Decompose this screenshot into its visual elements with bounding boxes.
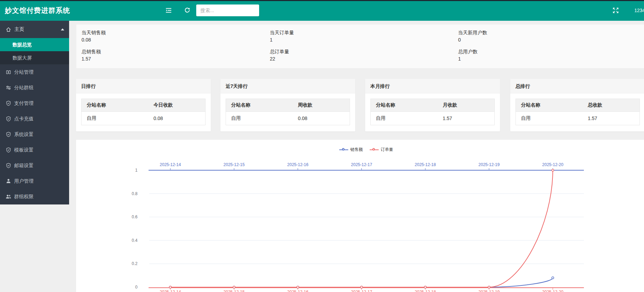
svg-text:2025-12-16: 2025-12-16: [287, 162, 309, 167]
ranking-card-week: 近7天排行 分站名称 周收款 自用 0.08: [220, 79, 355, 131]
table-cell: 自用: [371, 112, 438, 125]
column-header: 分站名称: [516, 99, 583, 112]
stat-cell-today-orders: 当天订单量 1: [270, 29, 458, 48]
menu-toggle-icon[interactable]: [165, 7, 172, 14]
shield-check-icon: [6, 116, 11, 122]
stat-value: 1.57: [82, 55, 270, 62]
app-title: 妙文馆付费进群系统: [5, 0, 70, 21]
top-accent-strip: [0, 0, 644, 1]
svg-text:2025-12-18: 2025-12-18: [415, 162, 436, 167]
chart-legend: 销售额 订单量: [76, 147, 644, 153]
shield-check-icon: [6, 100, 11, 106]
stat-label: 总订单量: [270, 48, 458, 55]
sidebar-item-data-overview[interactable]: 数据总览: [0, 38, 69, 51]
line-series-icon: [339, 148, 348, 152]
ranking-card-title: 日排行: [76, 79, 211, 93]
main-content: 当天销售额 0.08 当天订单量 1 当天新用户数 0 总销售额 1.57 总订…: [69, 21, 644, 292]
home-icon: [6, 27, 11, 33]
stat-cell-today-sales: 当天销售额 0.08: [82, 29, 270, 48]
sidebar-item-card-recharge[interactable]: 点卡充值: [0, 111, 69, 127]
stat-cell-total-users: 总用户数 1: [458, 48, 644, 67]
svg-text:2025-12-15: 2025-12-15: [224, 290, 245, 292]
ranking-row: 日排行 分站名称 今日收款 自用 0.08 近7天排行: [76, 79, 644, 131]
column-header: 周收款: [293, 99, 350, 112]
table-row: 自用 0.08: [82, 112, 206, 125]
fullscreen-icon[interactable]: [612, 7, 619, 14]
shield-check-icon: [6, 163, 11, 168]
svg-text:2025-12-20: 2025-12-20: [542, 290, 564, 292]
legend-label: 销售额: [350, 147, 363, 153]
ranking-table: 分站名称 总收款 自用 1.57: [515, 99, 640, 125]
column-header: 月收款: [437, 99, 494, 112]
username-text[interactable]: 12345: [634, 0, 644, 21]
svg-text:2025-12-17: 2025-12-17: [351, 162, 372, 167]
stat-label: 当天销售额: [82, 29, 270, 36]
sidebar-item-label: 数据大屏: [12, 55, 32, 61]
line-chart: 00.20.40.60.812025-12-142025-12-152025-1…: [76, 140, 644, 292]
sidebar-item-label: 分站管理: [14, 69, 34, 75]
ranking-table: 分站名称 今日收款 自用 0.08: [81, 99, 206, 125]
sidebar-item-template-settings[interactable]: 模板设置: [0, 142, 69, 158]
search-input[interactable]: [196, 4, 259, 16]
sidebar-item-system-settings[interactable]: 系统设置: [0, 127, 69, 142]
columns-icon: [6, 69, 11, 75]
svg-text:0.2: 0.2: [132, 261, 138, 266]
table-cell: 0.08: [293, 112, 350, 125]
stat-label: 当天订单量: [270, 29, 458, 36]
sidebar-item-label: 群组权限: [14, 194, 34, 200]
sidebar-item-payment-management[interactable]: 支付管理: [0, 95, 69, 111]
column-header: 今日收款: [148, 99, 205, 112]
users-icon: [6, 194, 11, 200]
legend-item-orders[interactable]: 订单量: [370, 147, 393, 153]
sidebar-item-label: 系统设置: [14, 131, 34, 138]
sidebar-item-label: 分站群组: [14, 85, 34, 91]
table-cell: 自用: [226, 112, 293, 125]
ranking-card-title: 近7天排行: [220, 79, 355, 93]
legend-label: 订单量: [381, 147, 393, 153]
sidebar-item-data-screen[interactable]: 数据大屏: [0, 51, 69, 64]
ranking-card-title: 总排行: [510, 79, 644, 93]
sidebar-item-group-permissions[interactable]: 群组权限: [0, 189, 69, 204]
topbar: 妙文馆付费进群系统 12345: [0, 0, 644, 21]
table-cell: 自用: [516, 112, 583, 125]
svg-text:0.8: 0.8: [132, 191, 138, 196]
sidebar-item-user-management[interactable]: 用户管理: [0, 173, 69, 189]
stat-cell-total-orders: 总订单量 22: [270, 48, 458, 67]
stat-cell-today-new-users: 当天新用户数 0: [458, 29, 644, 48]
sidebar-item-label: 支付管理: [14, 100, 34, 107]
svg-text:2025-12-18: 2025-12-18: [415, 290, 436, 292]
svg-text:2025-12-14: 2025-12-14: [160, 162, 181, 167]
stat-value: 1: [270, 36, 458, 43]
stat-label: 总用户数: [458, 48, 644, 55]
svg-text:2025-12-14: 2025-12-14: [160, 290, 181, 292]
column-header: 分站名称: [226, 99, 293, 112]
stats-card: 当天销售额 0.08 当天订单量 1 当天新用户数 0 总销售额 1.57 总订…: [76, 24, 644, 69]
table-cell: 1.57: [437, 112, 494, 125]
sidebar-item-label: 模板设置: [14, 147, 34, 153]
refresh-icon[interactable]: [184, 7, 191, 14]
sidebar-item-mailbox-settings[interactable]: 邮箱设置: [0, 158, 69, 173]
ranking-card-total: 总排行 分站名称 总收款 自用 1.57: [510, 79, 644, 131]
chevron-up-icon: [61, 28, 64, 30]
sidebar-item-substation-groups[interactable]: 分站群组: [0, 80, 69, 95]
svg-text:0.4: 0.4: [132, 238, 138, 243]
svg-text:0: 0: [135, 285, 138, 290]
legend-item-sales[interactable]: 销售额: [339, 147, 363, 153]
svg-text:2025-12-19: 2025-12-19: [479, 162, 500, 167]
table-cell: 1.57: [583, 112, 640, 125]
line-series-icon: [370, 148, 379, 152]
svg-text:2025-12-16: 2025-12-16: [287, 290, 309, 292]
svg-text:0.6: 0.6: [132, 215, 138, 219]
ranking-table: 分站名称 月收款 自用 1.57: [370, 99, 495, 125]
sidebar-item-substation-management[interactable]: 分站管理: [0, 64, 69, 80]
sidebar-item-label: 点卡充值: [14, 116, 34, 122]
svg-text:2025-12-15: 2025-12-15: [224, 162, 245, 167]
stat-label: 当天新用户数: [458, 29, 644, 36]
svg-text:2025-12-20: 2025-12-20: [542, 162, 564, 167]
sidebar-item-home[interactable]: 主页: [0, 21, 69, 38]
user-icon: [6, 178, 11, 184]
sliders-icon: [6, 85, 11, 91]
table-row: 自用 0.08: [226, 112, 350, 125]
sidebar-item-label: 主页: [15, 26, 61, 33]
ranking-card-title: 本月排行: [365, 79, 500, 93]
